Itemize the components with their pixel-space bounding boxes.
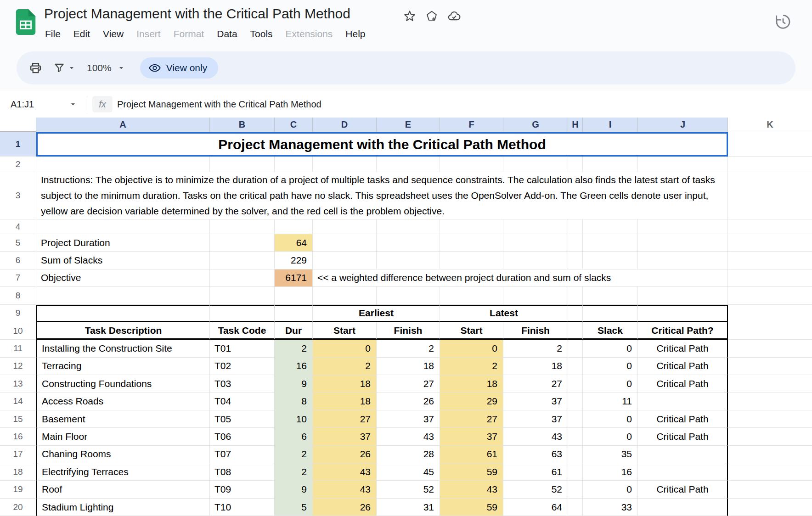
cell-G4[interactable] [503,219,568,234]
cloud-saved-icon[interactable] [447,9,461,23]
filter-icon[interactable] [53,62,66,74]
cell-I17[interactable]: 35 [583,446,638,463]
row-header-6[interactable]: 6 [0,252,36,269]
cell-G12[interactable]: 18 [503,358,568,375]
cell-F20[interactable]: 59 [440,499,503,516]
row-header-18[interactable]: 18 [0,463,36,481]
cell-E8[interactable] [377,287,440,304]
cell-G18[interactable]: 61 [503,463,568,481]
cell-J13[interactable]: Critical Path [638,375,728,393]
row-header-8[interactable]: 8 [0,287,36,304]
cell-D5[interactable] [313,234,377,252]
cell-I18[interactable]: 16 [583,463,638,481]
column-header-E[interactable]: E [377,118,440,132]
cell-K4[interactable] [728,219,812,234]
cell-B16[interactable]: T06 [210,428,275,445]
cell-B9[interactable] [210,305,275,322]
document-title[interactable]: Project Management with the Critical Pat… [44,6,350,22]
cell-H20[interactable] [568,499,583,516]
cell-D6[interactable] [313,252,377,269]
cell-K2[interactable] [728,157,812,172]
cell-K5[interactable] [728,234,812,252]
cell-H18[interactable] [568,463,583,481]
cell-B8[interactable] [210,287,275,304]
cell-G6[interactable] [503,252,568,269]
cell-E5[interactable] [377,234,440,252]
cell-I10[interactable]: Slack [583,322,638,340]
cell-E17[interactable]: 28 [377,446,440,463]
row-header-7[interactable]: 7 [0,269,36,287]
cell-A15[interactable]: Basement [36,410,210,428]
cell-J8[interactable] [638,287,728,304]
cell-J14[interactable] [638,393,728,410]
cell-A14[interactable]: Access Roads [36,393,210,410]
column-header-D[interactable]: D [313,118,377,132]
cell-K18[interactable] [728,463,812,481]
name-box-caret-icon[interactable] [68,99,78,109]
cell-K15[interactable] [728,410,812,428]
cell-G2[interactable] [503,157,568,172]
cell-D20[interactable]: 26 [313,499,377,516]
cell-J19[interactable]: Critical Path [638,481,728,498]
menu-view[interactable]: View [96,28,130,39]
cell-J11[interactable]: Critical Path [638,340,728,357]
cell-I8[interactable] [583,287,638,304]
cell-A13[interactable]: Constructing Foundations [36,375,210,393]
menu-data[interactable]: Data [210,28,243,39]
row-header-14[interactable]: 14 [0,393,36,410]
cell-B17[interactable]: T07 [210,446,275,463]
cell-G16[interactable]: 43 [503,428,568,445]
cell-C11[interactable]: 2 [275,340,313,357]
cell-K13[interactable] [728,375,812,393]
cell-D16[interactable]: 37 [313,428,377,445]
cell-D19[interactable]: 43 [313,481,377,498]
cell-I12[interactable]: 0 [583,358,638,375]
cell-H8[interactable] [568,287,583,304]
cell-I4[interactable] [583,219,638,234]
column-header-J[interactable]: J [638,118,728,132]
cell-K19[interactable] [728,481,812,498]
cell-C10[interactable]: Dur [275,322,313,340]
zoom-control[interactable]: 100% [87,62,112,73]
cell-A2[interactable] [36,157,210,172]
cell-E12[interactable]: 18 [377,358,440,375]
cell-F19[interactable]: 43 [440,481,503,498]
cell-I6[interactable] [583,252,638,269]
cell-A17[interactable]: Chaning Rooms [36,446,210,463]
cell-E11[interactable]: 2 [377,340,440,357]
cell-C14[interactable]: 8 [275,393,313,410]
column-header-H[interactable]: H [568,118,583,132]
cell-K14[interactable] [728,393,812,410]
cell-F6[interactable] [440,252,503,269]
cell-I5[interactable] [583,234,638,252]
cell-E20[interactable]: 31 [377,499,440,516]
cell-B10[interactable]: Task Code [210,322,275,340]
cell-D18[interactable]: 43 [313,463,377,481]
cell-F10[interactable]: Start [440,322,503,340]
version-history-icon[interactable] [773,12,792,31]
cell-A11[interactable]: Installing the Construction Site [36,340,210,357]
cell-D10[interactable]: Start [313,322,377,340]
cell-B5[interactable] [210,234,275,252]
formula-input[interactable]: Project Management with the Critical Pat… [117,91,321,118]
column-header-B[interactable]: B [210,118,275,132]
row-header-17[interactable]: 17 [0,446,36,463]
cell-A7[interactable]: Objective [36,269,210,287]
column-header-I[interactable]: I [583,118,638,132]
cell-F5[interactable] [440,234,503,252]
cell-F13[interactable]: 18 [440,375,503,393]
cell-D7[interactable]: << a weighted difference between project… [313,269,728,287]
cell-A4[interactable] [36,219,210,234]
cell-A5[interactable]: Project Duration [36,234,210,252]
cell-G20[interactable]: 64 [503,499,568,516]
cell-K3[interactable] [728,172,812,219]
cell-E19[interactable]: 52 [377,481,440,498]
cell-D8[interactable] [313,287,377,304]
cell-K8[interactable] [728,287,812,304]
cell-A12[interactable]: Terracing [36,358,210,375]
cell-E6[interactable] [377,252,440,269]
cell-H6[interactable] [568,252,583,269]
row-header-19[interactable]: 19 [0,481,36,498]
row-header-13[interactable]: 13 [0,375,36,393]
cell-F4[interactable] [440,219,503,234]
